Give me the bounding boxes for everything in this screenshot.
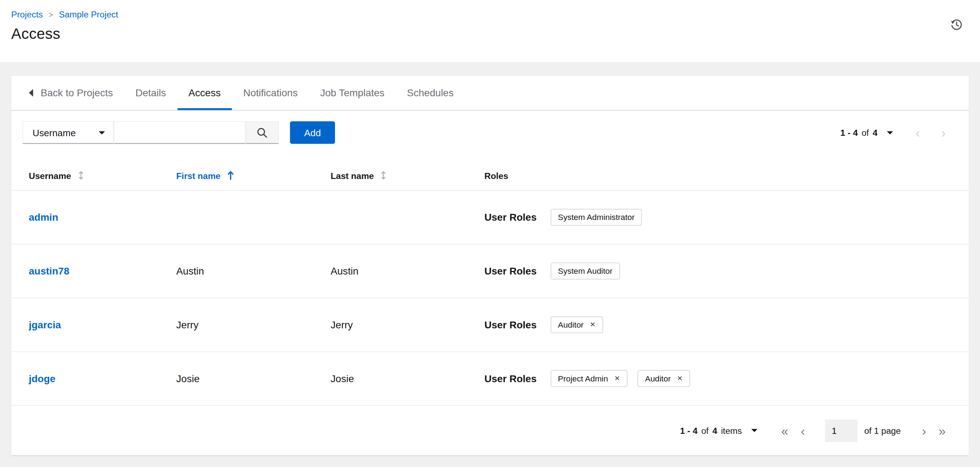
user-roles-label: User Roles [484, 212, 537, 223]
search-input[interactable] [114, 121, 245, 143]
role-chip: System Auditor [550, 263, 620, 279]
angle-left-icon: ‹ [915, 126, 920, 140]
tab-label: Notifications [243, 87, 298, 99]
remove-role-button[interactable]: ✕ [590, 321, 595, 328]
caret-left-icon [28, 89, 34, 97]
filter-key-value: Username [32, 127, 76, 138]
search-button[interactable] [245, 121, 279, 143]
table-row: admin User Roles System Administrator [11, 191, 969, 245]
angle-left-icon: ‹ [801, 424, 805, 437]
roles-cell: User Roles System Auditor [484, 263, 951, 279]
column-header-last-name[interactable]: Last name [331, 171, 484, 180]
column-header-first-name[interactable]: First name [177, 171, 331, 180]
angle-double-right-icon: » [939, 424, 946, 437]
history-button[interactable] [949, 17, 964, 32]
tab-access[interactable]: Access [177, 76, 232, 110]
current-page-input[interactable] [825, 419, 858, 441]
tab-schedules[interactable]: Schedules [396, 76, 465, 110]
tab-label: Details [135, 87, 166, 99]
previous-page-button[interactable]: ‹ [910, 126, 926, 139]
breadcrumb-sample-project-link[interactable]: Sample Project [59, 9, 118, 19]
first-name-cell: Josie [177, 373, 331, 384]
last-name-cell: Josie [331, 373, 484, 384]
table-footer: 1 - 4 of 4 items « ‹ of 1 page › » [11, 406, 969, 455]
tab-label: Job Templates [320, 87, 384, 99]
sort-both-icon[interactable] [77, 171, 84, 180]
add-button[interactable]: Add [290, 121, 335, 143]
first-name-cell: Austin [177, 266, 331, 277]
next-page-button[interactable]: › [935, 126, 952, 139]
role-chip-label: Auditor [645, 374, 671, 383]
sort-both-icon[interactable] [380, 171, 387, 180]
first-name-cell: Jerry [177, 319, 331, 330]
table-body: admin User Roles System Administrator au… [11, 191, 969, 406]
role-chip-list: Project Admin✕Auditor✕ [550, 370, 690, 387]
role-chip: Auditor✕ [638, 370, 690, 387]
role-chip: Auditor✕ [550, 316, 603, 333]
footer-pagination-dropdown[interactable]: 1 - 4 of 4 items [680, 425, 757, 435]
table-header-row: Username First name [11, 161, 969, 191]
tab-label: Schedules [407, 87, 453, 99]
table-row: jdoge Josie Josie User Roles Project Adm… [11, 352, 969, 406]
username-cell: jdoge [29, 373, 177, 384]
pagination-total: 4 [873, 128, 878, 138]
remove-role-button[interactable]: ✕ [614, 375, 620, 382]
tab-back-to-projects[interactable]: Back to Projects [17, 76, 124, 110]
column-header-roles: Roles [484, 171, 951, 180]
page-count-label: of 1 page [864, 425, 900, 435]
tab-details[interactable]: Details [124, 76, 177, 110]
role-chip-label: Project Admin [558, 374, 608, 383]
role-chip-label: System Administrator [558, 212, 634, 222]
angle-double-left-icon: « [781, 424, 788, 437]
username-link[interactable]: jdoge [29, 373, 56, 384]
first-page-button[interactable]: « [775, 424, 795, 437]
tab-label: Back to Projects [41, 87, 113, 99]
column-label: Username [29, 171, 71, 180]
history-icon [950, 18, 963, 31]
remove-role-button[interactable]: ✕ [677, 375, 683, 382]
sort-ascending-icon[interactable] [227, 171, 234, 180]
table-row: jgarcia Jerry Jerry User Roles Auditor✕ [11, 298, 969, 352]
access-page: Projects > Sample Project Access Back to… [0, 0, 980, 467]
angle-right-icon: › [941, 126, 945, 140]
tab-notifications[interactable]: Notifications [232, 76, 309, 110]
roles-cell: User Roles System Administrator [484, 209, 951, 226]
last-name-cell: Jerry [331, 319, 484, 330]
next-page-button[interactable]: › [916, 424, 932, 437]
caret-down-icon [887, 131, 893, 134]
search-icon [257, 127, 267, 138]
table-row: austin78 Austin Austin User Roles System… [11, 245, 969, 298]
role-chip-list: System Auditor [550, 263, 620, 279]
last-page-button[interactable]: » [932, 424, 952, 437]
column-header-username[interactable]: Username [29, 171, 177, 180]
angle-right-icon: › [922, 424, 926, 437]
username-link[interactable]: jgarcia [29, 319, 61, 330]
username-link[interactable]: austin78 [29, 266, 70, 276]
user-roles-label: User Roles [484, 373, 537, 384]
filter-key-dropdown[interactable]: Username [22, 121, 114, 143]
role-chip-list: Auditor✕ [550, 316, 603, 333]
page-title: Access [11, 25, 963, 42]
last-name-cell: Austin [331, 266, 484, 277]
user-roles-label: User Roles [484, 266, 537, 277]
toolbar: Username Add 1 - 4 of 4 [11, 110, 969, 160]
caret-down-icon [99, 131, 105, 134]
pagination-items-label: items [721, 425, 742, 435]
username-link[interactable]: admin [29, 212, 59, 222]
tab-job-templates[interactable]: Job Templates [309, 76, 396, 110]
role-chip: Project Admin✕ [550, 370, 627, 387]
user-roles-label: User Roles [484, 319, 537, 330]
page-body: Back to Projects Details Access Notifica… [0, 62, 980, 467]
previous-page-button[interactable]: ‹ [794, 424, 811, 437]
role-chip-label: System Auditor [558, 266, 612, 276]
pagination-total: 4 [713, 425, 718, 435]
caret-down-icon [751, 429, 757, 432]
breadcrumb-projects-link[interactable]: Projects [11, 9, 43, 19]
roles-cell: User Roles Auditor✕ [484, 316, 951, 333]
tab-bar: Back to Projects Details Access Notifica… [11, 76, 969, 110]
toolbar-pagination: 1 - 4 of 4 ‹ › [840, 126, 952, 139]
tab-label: Access [189, 87, 221, 99]
pagination-summary-dropdown[interactable]: 1 - 4 of 4 [840, 128, 893, 138]
breadcrumb-separator-icon: > [48, 10, 53, 19]
page-header: Projects > Sample Project Access [0, 0, 980, 62]
